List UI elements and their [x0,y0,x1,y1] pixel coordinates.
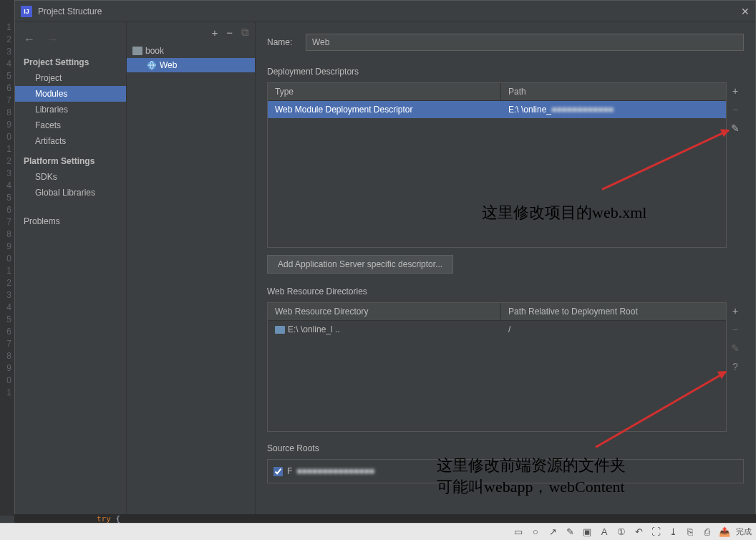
crop-tool-icon[interactable]: ⛶ [650,526,662,538]
dd-row[interactable]: Web Module Deployment Descriptor E:\ \on… [268,101,726,118]
sidebar-item-modules[interactable]: Modules [15,86,126,102]
screenshot-toolbar: ▭ ○ ↗ ✎ ▣ A ① ↶ ⛶ ⤓ ⎘ ⎙ 📤 完成 [0,523,756,540]
platform-settings-heading: Platform Settings [15,153,126,169]
wrd-side-buttons: + − ✎ ? [727,302,744,432]
back-icon[interactable]: ← [24,33,35,45]
tree-node-web[interactable]: Web [127,58,255,72]
tree-node-book[interactable]: book [127,44,255,58]
window-title: Project Structure [38,6,102,16]
col-type: Type [268,83,501,100]
sidebar-item-artifacts[interactable]: Artifacts [15,133,126,149]
share-tool-icon[interactable]: 📤 [719,526,730,538]
web-facet-icon [147,60,157,70]
tree-label: book [145,46,164,56]
sidebar-item-facets[interactable]: Facets [15,117,126,133]
close-icon[interactable]: ✕ [741,6,750,17]
sidebar-item-project[interactable]: Project [15,70,126,86]
edit-icon[interactable]: ✎ [728,121,742,135]
source-roots-title: Source Roots [267,443,744,453]
wrd-dir-cell: E:\ \online_l .. [268,324,501,334]
folder-icon [275,326,285,334]
deployment-descriptors-table: Type Path Web Module Deployment Descript… [267,82,727,248]
undo-tool-icon[interactable]: ↶ [633,526,644,538]
module-tree-pane: + − ⧉ book Web [127,22,256,515]
rect-tool-icon[interactable]: ▭ [513,526,524,538]
titlebar: IJ Project Structure ✕ [15,1,755,22]
sidebar-item-libraries[interactable]: Libraries [15,102,126,117]
dd-side-buttons: + − ✎ [727,82,744,248]
name-label: Name: [267,37,306,47]
save-tool-icon[interactable]: ▣ [581,526,593,538]
nav-arrows: ← → [15,33,126,54]
col-relpath: Path Relative to Deployment Root [501,303,726,320]
remove-icon[interactable]: − [728,102,742,117]
app-logo-icon: IJ [21,6,32,17]
pin-tool-icon[interactable]: ⎙ [702,526,713,538]
project-settings-heading: Project Settings [15,54,126,70]
folder-icon [132,47,142,55]
forward-icon[interactable]: → [47,33,58,45]
remove-icon[interactable]: − [226,26,233,39]
dd-type-cell: Web Module Deployment Descriptor [268,105,501,115]
copy-icon[interactable]: ⧉ [241,26,249,39]
sidebar-item-global-libraries[interactable]: Global Libraries [15,185,126,201]
help-icon[interactable]: ? [728,360,742,374]
arrow-tool-icon[interactable]: ↗ [547,526,558,538]
add-server-descriptor-button[interactable]: Add Application Server specific descript… [267,255,453,274]
add-icon[interactable]: + [211,26,218,39]
deployment-descriptors-title: Deployment Descriptors [267,67,744,77]
col-path: Path [501,83,726,100]
web-resource-dirs-table-wrap: Web Resource Directory Path Relative to … [267,302,744,432]
tree-label: Web [160,60,177,70]
facet-editor: Name: Deployment Descriptors Type Path W… [256,22,755,515]
source-roots-box: F ■■■■■■■■■■■■■■■ [267,459,744,483]
wrd-path-cell: / [501,324,726,334]
source-root-label: F [287,466,292,476]
pen-tool-icon[interactable]: ✎ [564,526,576,538]
download-tool-icon[interactable]: ⤓ [667,526,679,538]
wrd-row[interactable]: E:\ \online_l .. / [268,321,726,338]
sidebar-item-problems[interactable]: Problems [15,213,126,229]
add-icon[interactable]: + [728,304,742,318]
col-wrd: Web Resource Directory [268,303,501,320]
text-tool-icon[interactable]: A [598,526,610,538]
facet-name-input[interactable] [306,34,744,51]
number-tool-icon[interactable]: ① [616,526,627,538]
dd-path-cell: E:\ \online_■■■■■■■■■■■■ [501,105,726,115]
web-resource-dirs-title: Web Resource Directories [267,286,744,296]
add-icon[interactable]: + [728,84,742,98]
code-editor-slice: try { [14,514,756,523]
copy-tool-icon[interactable]: ⎘ [684,526,696,538]
settings-sidebar: ← → Project Settings Project Modules Lib… [15,22,127,515]
remove-icon[interactable]: − [728,322,742,337]
project-structure-dialog: IJ Project Structure ✕ ← → Project Setti… [14,0,756,516]
sidebar-item-sdks[interactable]: SDKs [15,169,126,185]
line-gutter: 123456789 0123456789 0123456789 01 [0,0,14,516]
module-tree: book Web [127,42,255,72]
circle-tool-icon[interactable]: ○ [530,526,541,538]
web-resource-dirs-table: Web Resource Directory Path Relative to … [267,302,727,432]
edit-icon[interactable]: ✎ [728,341,742,355]
deployment-descriptors-table-wrap: Type Path Web Module Deployment Descript… [267,82,744,248]
done-button[interactable]: 完成 [736,526,752,537]
tree-toolbar: + − ⧉ [127,22,255,42]
source-root-checkbox[interactable] [273,467,283,476]
